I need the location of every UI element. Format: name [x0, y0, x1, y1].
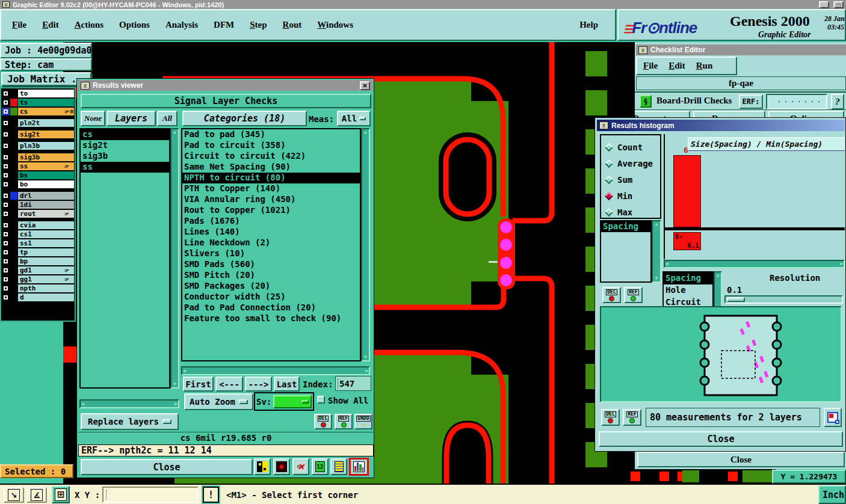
- layer-name[interactable]: ts☞⊞: [18, 99, 74, 106]
- radio-diamond-icon[interactable]: [605, 143, 613, 151]
- rv-layer-item[interactable]: ss: [81, 162, 169, 173]
- chart-hscrollbar[interactable]: ◀▶: [664, 260, 845, 268]
- erf-button[interactable]: ERF:: [739, 94, 763, 109]
- rv-categories-vscrollbar[interactable]: ▲▼: [361, 128, 370, 361]
- rv-category-item[interactable]: Circuit to circuit (422): [182, 151, 360, 162]
- menu-item[interactable]: Windows: [317, 20, 353, 30]
- layer-visibility-checkbox[interactable]: [2, 108, 10, 115]
- rv-category-item[interactable]: Conductor width (25): [182, 292, 360, 303]
- rv-layer-item[interactable]: cs: [81, 129, 169, 140]
- rv-layer-item[interactable]: sig3b: [81, 151, 169, 162]
- layer-visibility-checkbox[interactable]: [2, 180, 10, 188]
- measure-vscrollbar[interactable]: ▲▼: [652, 220, 661, 283]
- layer-name[interactable]: rout☞⊞: [18, 210, 74, 218]
- erf-value-field[interactable]: [766, 94, 827, 109]
- layer-row[interactable]: cs☞⊞: [2, 108, 74, 115]
- all-button[interactable]: All: [157, 111, 178, 126]
- menu-item[interactable]: DFM: [214, 20, 234, 30]
- auto-zoom-dropdown[interactable]: Auto Zoom: [184, 393, 253, 410]
- replace-layers-dropdown[interactable]: Replace layers: [81, 413, 179, 430]
- rv-category-item[interactable]: SMD Packages (20): [182, 281, 360, 292]
- units-button[interactable]: Inch: [818, 485, 846, 504]
- rv-category-item[interactable]: VIA Annular ring (450): [182, 194, 360, 205]
- layer-visibility-checkbox[interactable]: [2, 142, 10, 150]
- layer-name[interactable]: cs☞⊞: [18, 108, 74, 115]
- layer-name[interactable]: drl☞⊞: [18, 192, 74, 200]
- measure-list[interactable]: Spacing: [600, 220, 652, 283]
- measure-item[interactable]: Spacing: [601, 221, 650, 232]
- rv-category-item[interactable]: Lines (140): [182, 227, 360, 238]
- param-item[interactable]: Spacing: [664, 272, 712, 284]
- checklist-title-bar[interactable]: x Checklist Editor: [636, 45, 846, 55]
- layer-visibility-checkbox[interactable]: [2, 153, 10, 161]
- sv-color-dropdown[interactable]: [273, 395, 312, 408]
- layer-row[interactable]: ss1☞⊞: [2, 239, 74, 247]
- rv-categories-hscrollbar[interactable]: ◀▶: [181, 366, 370, 375]
- close-icon[interactable]: ✕: [360, 81, 370, 90]
- rv-layer-vscrollbar[interactable]: ▲▼: [170, 128, 179, 389]
- ref-off-button[interactable]: REF✕: [292, 458, 309, 475]
- export-histogram-button[interactable]: [824, 408, 842, 427]
- menu-item[interactable]: Edit: [42, 20, 59, 30]
- layer-row[interactable]: d☞⊞: [2, 293, 74, 301]
- radio-diamond-icon[interactable]: [605, 175, 613, 183]
- rv-category-item[interactable]: NPTH to circuit (80): [182, 173, 360, 183]
- menu-help[interactable]: Help: [579, 20, 598, 30]
- none-button[interactable]: None: [81, 111, 105, 126]
- stat-radio[interactable]: Count: [606, 139, 660, 155]
- undo-button[interactable]: UNDO↶: [354, 414, 372, 429]
- show-all-checkbox[interactable]: [317, 396, 325, 404]
- layer-row[interactable]: bo☞⊞: [2, 180, 74, 188]
- layer-name[interactable]: pln2t☞⊞: [18, 119, 74, 127]
- layer-name[interactable]: cvia☞⊞: [18, 221, 74, 229]
- rv-category-item[interactable]: Pads (1676): [182, 216, 360, 227]
- menu-item[interactable]: Analysis: [165, 20, 198, 30]
- hist-ref-button-2[interactable]: REF: [623, 409, 641, 426]
- layer-visibility-checkbox[interactable]: [2, 248, 10, 256]
- radio-diamond-icon[interactable]: [605, 207, 613, 216]
- layer-row[interactable]: sig2t☞⊞: [2, 131, 74, 138]
- layer-visibility-checkbox[interactable]: [2, 221, 10, 229]
- last-button[interactable]: Last: [274, 376, 300, 392]
- layer-visibility-checkbox[interactable]: [2, 230, 10, 238]
- layer-visibility-checkbox[interactable]: [2, 192, 10, 200]
- layer-row[interactable]: ts☞⊞: [2, 99, 74, 106]
- layer-visibility-checkbox[interactable]: [2, 171, 10, 179]
- layer-name[interactable]: bs☞⊞: [18, 171, 74, 179]
- layer-name[interactable]: sig3b☞⊞: [18, 153, 74, 161]
- rv-category-item[interactable]: Pad to circuit (358): [182, 140, 360, 151]
- xy-input[interactable]: [102, 487, 199, 503]
- layer-row[interactable]: gd1☞⊞: [2, 266, 74, 274]
- layer-name[interactable]: bp☞⊞: [18, 257, 74, 265]
- results-histogram-window[interactable]: x Results histogram Count Average Sum Mi…: [594, 117, 846, 452]
- radio-diamond-icon[interactable]: [605, 159, 613, 167]
- hist-del-button-2[interactable]: DEL: [601, 409, 620, 426]
- results-viewer-close-button[interactable]: Close: [81, 459, 253, 475]
- rv-layer-item[interactable]: sig2t: [81, 140, 169, 151]
- rv-category-item[interactable]: Pad to Pad Connection (20): [182, 303, 360, 313]
- layer-row[interactable]: gg1☞⊞: [2, 275, 74, 283]
- rv-category-item[interactable]: Feature too small to check (90): [182, 313, 360, 324]
- rv-layer-hscrollbar[interactable]: ◀▶: [79, 399, 179, 408]
- app-title-bar[interactable]: x Graphic Editor 9.02c2 (00@HY-HYCAM-PC0…: [0, 0, 846, 9]
- pan-view-button[interactable]: [254, 458, 271, 475]
- histogram-button[interactable]: [349, 458, 369, 476]
- rv-category-item[interactable]: Same Net Spacing (90): [182, 162, 360, 173]
- rv-category-item[interactable]: Slivers (10): [182, 248, 360, 259]
- layer-visibility-checkbox[interactable]: [2, 119, 10, 127]
- stat-radio[interactable]: Max: [606, 204, 660, 220]
- resolution-slider[interactable]: [724, 295, 843, 304]
- layer-row[interactable]: cvia☞⊞: [2, 221, 74, 229]
- layer-row[interactable]: drl☞⊞: [2, 192, 74, 200]
- layer-row[interactable]: bs☞⊞: [2, 171, 74, 179]
- layer-row[interactable]: npth☞⊞: [2, 284, 74, 292]
- layer-visibility-checkbox[interactable]: [2, 99, 10, 106]
- layer-visibility-checkbox[interactable]: [2, 210, 10, 218]
- layer-name[interactable]: 1di☞⊞: [18, 201, 74, 209]
- layer-visibility-checkbox[interactable]: [2, 162, 10, 170]
- rv-category-item[interactable]: Rout to Copper (1021): [182, 205, 360, 216]
- layer-visibility-checkbox[interactable]: [2, 293, 10, 301]
- meas-dropdown[interactable]: All: [337, 111, 371, 126]
- layers-button[interactable]: Layers: [107, 111, 156, 126]
- slider-thumb[interactable]: [727, 297, 745, 302]
